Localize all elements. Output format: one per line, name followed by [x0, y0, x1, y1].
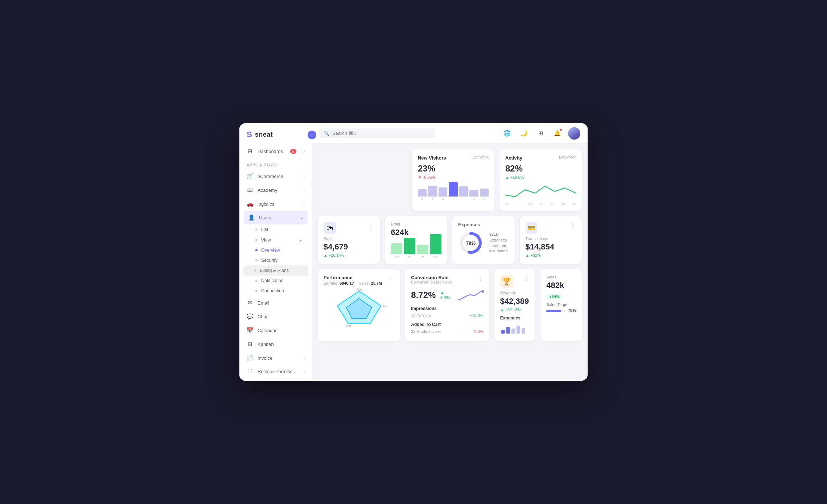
progress-bar-fill: [546, 310, 561, 312]
dashboards-label: Dashboards: [258, 149, 283, 154]
conv-subtitle: Compared To Last Month: [411, 280, 452, 284]
app-window: S sneat ⊟ Dashboards 5 › APPS & PAGES 🛒 …: [239, 123, 588, 381]
sidebar-subitem-connection[interactable]: Connection: [239, 286, 312, 296]
impressions-label: Impressions: [411, 306, 483, 311]
sales-card-header: 🛍 ⋮: [324, 222, 374, 234]
apps-grid-button[interactable]: ⊞: [535, 128, 546, 139]
perf-menu-button[interactable]: ⋮: [388, 275, 394, 282]
sidebar-item-academy[interactable]: 📖 Academy ›: [239, 183, 312, 197]
profit-bar-jan: Jan: [391, 243, 403, 258]
perf-stats: Earning: $846.17 Sales: 25.7M: [324, 281, 382, 285]
sidebar-subitem-list[interactable]: List: [239, 224, 312, 235]
cart-change: -8.3%: [473, 329, 484, 334]
expenses-subtitle: $21k Expenses more than last month: [489, 232, 509, 254]
ecommerce-icon: 🛒: [247, 173, 253, 179]
email-icon: ✉: [247, 299, 253, 306]
activity-title: Activity: [505, 155, 522, 161]
sales-value: $4,679: [324, 242, 374, 252]
kanban-icon: ⊞: [247, 341, 253, 347]
sidebar-item-roles[interactable]: 🛡 Roles & Permiss... ›: [239, 365, 312, 378]
perf-header: Performance Earning: $846.17 Sales: 25.7…: [324, 275, 394, 285]
conv-menu-button[interactable]: ⋮: [477, 275, 484, 282]
sidebar-subitem-overview[interactable]: Overview: [239, 245, 312, 255]
sidebar-item-invoice[interactable]: 📄 Invoice ›: [239, 351, 312, 365]
sidebar-item-kanban[interactable]: ⊞ Kanban: [239, 337, 312, 351]
bar-f: F: [459, 186, 468, 201]
security-label: Security: [261, 258, 277, 263]
search-box[interactable]: 🔍: [319, 128, 435, 138]
bar: [417, 245, 428, 254]
bar-s1: S: [469, 190, 478, 201]
sidebar-item-users[interactable]: 👤 Users ⌄: [244, 211, 308, 224]
bar: [391, 243, 403, 254]
sidebar-toggle-button[interactable]: ‹: [308, 131, 316, 139]
sidebar-item-logistics[interactable]: 🚗 logistics ›: [239, 197, 312, 211]
conv-change: ▲ 4.8%: [440, 290, 453, 300]
roles-icon: 🛡: [247, 368, 253, 375]
sidebar-item-email[interactable]: ✉ Email: [239, 296, 312, 310]
transactions-menu-button[interactable]: ⋮: [570, 222, 576, 236]
cart-row: 22 Product is set -8.3%: [411, 329, 483, 334]
bar-fill: [428, 186, 437, 197]
svg-rect-10: [511, 329, 515, 334]
earning-label: Earning:: [324, 281, 338, 285]
invoice-label: Invoice: [258, 355, 272, 361]
sidebar-item-ecommerce[interactable]: 🛒 eCommerce ›: [239, 169, 312, 183]
bar: [430, 234, 441, 254]
chat-label: Chat: [258, 314, 267, 319]
dot-icon: [255, 259, 258, 261]
bar-fill: [469, 190, 478, 197]
sidebar-item-chat[interactable]: 💬 Chat: [239, 310, 312, 323]
bar-t1: T: [428, 186, 437, 201]
svg-rect-9: [506, 327, 510, 334]
sales-label: Sales: [324, 236, 374, 241]
sidebar-subitem-billing[interactable]: Billing & Plans: [243, 265, 308, 276]
sidebar-item-calendar[interactable]: 📅 Calendar: [239, 323, 312, 337]
perf-title: Performance: [324, 275, 382, 280]
search-icon: 🔍: [324, 131, 329, 136]
sidebar-item-dashboards[interactable]: ⊟ Dashboards 5 ›: [239, 144, 312, 158]
transactions-label: Transactions: [526, 236, 576, 241]
bar-fill: [439, 187, 447, 197]
sidebar-subitem-view[interactable]: View ⌄: [239, 235, 312, 245]
activity-chart-labels: MoTuWeThFrSaSu: [505, 202, 576, 205]
svg-point-7: [482, 290, 483, 293]
cart-sub: 22 Product is set: [411, 329, 441, 334]
globe-icon-button[interactable]: 🌐: [501, 128, 513, 139]
revenue-icon: 🏆: [500, 275, 513, 288]
up-arrow-icon: ▲: [324, 253, 328, 257]
visitors-title: New Visitors: [418, 155, 446, 161]
section-apps-label: APPS & PAGES: [239, 158, 312, 169]
sales-menu-button[interactable]: ⋮: [368, 225, 374, 232]
bottom-row: Performance Earning: $846.17 Sales: 25.7…: [318, 269, 582, 341]
sales-big-label: Sales: [546, 275, 576, 279]
card-header: Activity Last Week: [505, 155, 576, 161]
sales-badge-wrap: +34%: [546, 293, 576, 299]
theme-toggle-button[interactable]: 🌙: [518, 128, 530, 139]
bar-t2: T: [449, 182, 457, 201]
revenue-menu-button[interactable]: ⋮: [523, 275, 530, 291]
chevron-icon: ›: [304, 202, 305, 206]
user-avatar[interactable]: [568, 127, 580, 140]
svg-rect-12: [522, 328, 525, 334]
ecommerce-label: eCommerce: [258, 174, 283, 179]
transactions-value: $14,854: [526, 242, 576, 252]
up-arrow-icon: ▲: [526, 253, 530, 257]
sidebar-subitem-security[interactable]: Security: [239, 255, 312, 265]
conv-chart-svg: [458, 288, 484, 302]
new-visitors-card: New Visitors Last Week 23% ▼ -8.75% M: [412, 149, 494, 211]
sidebar-subitem-notification[interactable]: Notification: [239, 276, 312, 286]
search-input[interactable]: [332, 131, 431, 136]
svg-rect-11: [517, 326, 520, 334]
visitors-change: ▼ -8.75%: [418, 175, 489, 179]
calendar-label: Calendar: [258, 328, 277, 333]
bar-m: M: [418, 189, 427, 201]
notifications-button[interactable]: 🔔: [551, 128, 563, 139]
sales-change: ▲ +28.14%: [324, 253, 374, 257]
perf-chart: Jun Jan Feb: [324, 288, 394, 327]
sales-big-value: 482k: [546, 281, 576, 290]
svg-text:Feb: Feb: [383, 305, 388, 308]
bar-w: W: [439, 187, 447, 201]
bar-fill: [418, 189, 427, 197]
toggle-chevron-icon: ‹: [311, 133, 312, 137]
